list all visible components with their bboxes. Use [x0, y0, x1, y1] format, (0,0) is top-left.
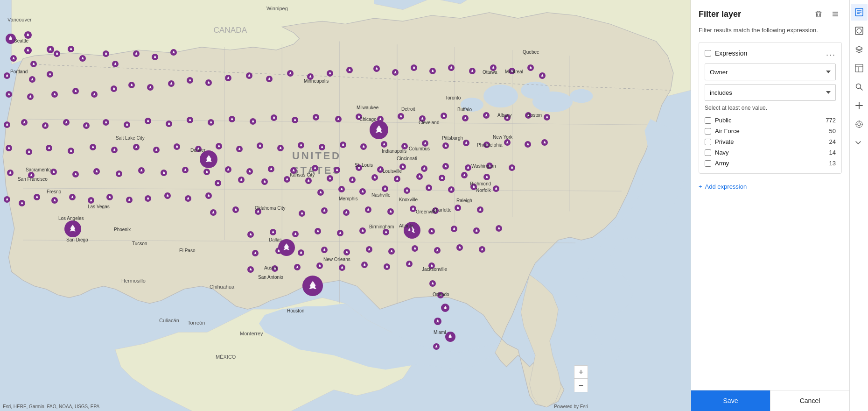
value-checkbox-3[interactable]: [705, 149, 711, 156]
value-checkbox-2[interactable]: [705, 139, 711, 145]
plane-marker-5: [30, 61, 37, 67]
sidebar-item-basemap[interactable]: [851, 22, 868, 39]
svg-point-50: [268, 78, 270, 79]
svg-point-217: [419, 176, 420, 177]
zoom-in-button[interactable]: +: [574, 366, 588, 379]
svg-point-204: [444, 307, 446, 308]
plane-marker-122: [399, 163, 406, 170]
plane-marker-191: [284, 176, 290, 183]
plane-marker-77: [6, 145, 12, 151]
add-expression-button[interactable]: + Add expression: [699, 181, 842, 192]
plane-marker-70: [525, 112, 532, 119]
plane-marker-210: [164, 192, 171, 199]
sidebar-item-table[interactable]: [851, 60, 868, 77]
svg-point-126: [53, 171, 55, 172]
expression-more-button[interactable]: ...: [826, 48, 836, 58]
plane-marker-28: [225, 75, 231, 81]
sidebar-item-search[interactable]: [851, 78, 868, 95]
svg-point-105: [176, 146, 178, 147]
plane-marker-49: [83, 122, 90, 129]
delete-button[interactable]: [812, 7, 825, 21]
sidebar-item-layers[interactable]: [851, 41, 868, 58]
svg-point-150: [362, 191, 364, 192]
svg-point-133: [206, 171, 208, 172]
plane-marker-105: [28, 172, 35, 178]
menu-button[interactable]: [829, 7, 842, 21]
plane-marker-150: [270, 229, 276, 235]
svg-point-173: [339, 233, 341, 234]
svg-point-23: [27, 50, 29, 51]
svg-point-179: [476, 230, 477, 231]
svg-point-221: [6, 199, 8, 200]
value-checkbox-1[interactable]: [705, 128, 711, 135]
svg-point-51: [289, 73, 291, 74]
svg-point-40: [75, 91, 77, 92]
svg-point-155: [473, 186, 475, 187]
svg-point-24: [13, 58, 14, 59]
svg-point-122: [527, 144, 529, 145]
svg-point-78: [273, 117, 275, 118]
plane-marker-90: [277, 145, 284, 151]
plane-marker-167: [366, 246, 372, 253]
svg-point-36: [173, 52, 175, 53]
plane-marker-81: [90, 144, 96, 150]
sidebar-item-filter[interactable]: [851, 4, 868, 21]
plane-marker-126: [486, 163, 493, 169]
svg-point-79: [294, 120, 296, 120]
filter-header-icons: [812, 7, 842, 21]
svg-point-65: [6, 124, 8, 125]
plane-marker-65: [419, 115, 426, 122]
plane-marker-60: [313, 114, 319, 120]
filter-footer: Save Cancel: [691, 390, 849, 411]
plane-marker-174: [272, 265, 278, 272]
svg-point-101: [92, 147, 94, 148]
svg-point-160: [301, 213, 303, 214]
svg-point-180: [498, 228, 500, 229]
plane-marker-149: [247, 231, 254, 238]
plane-marker-140: [299, 210, 305, 217]
svg-point-230: [167, 195, 168, 196]
sidebar-item-location[interactable]: [851, 116, 868, 133]
plane-marker-133: [426, 184, 432, 191]
plane-marker-35: [373, 65, 380, 72]
plane-marker-131: [382, 185, 388, 192]
expression-checkbox[interactable]: [705, 50, 711, 57]
value-checkbox-0[interactable]: [705, 117, 711, 124]
plane-marker-162: [252, 250, 259, 256]
plane-marker-161: [302, 276, 323, 296]
operator-dropdown[interactable]: includes excludes is is not: [705, 84, 836, 101]
plane-marker-102: [525, 141, 531, 148]
plane-marker-85: [174, 143, 180, 150]
plane-marker-129: [338, 186, 345, 192]
svg-point-88: [485, 115, 487, 116]
svg-point-183: [278, 250, 280, 251]
plane-marker-16: [170, 49, 177, 56]
svg-point-153: [428, 187, 430, 188]
plane-marker-98: [442, 142, 449, 149]
svg-point-103: [135, 147, 137, 148]
plane-marker-204: [51, 197, 58, 204]
svg-point-56: [394, 72, 396, 73]
svg-point-208: [217, 183, 219, 184]
plane-marker-197: [416, 173, 423, 180]
plane-marker-104: [7, 170, 14, 176]
plane-marker-201: [4, 196, 10, 203]
sidebar-item-add[interactable]: [851, 97, 868, 114]
svg-point-213: [329, 178, 331, 179]
plane-marker-135: [470, 184, 477, 190]
svg-point-96: [70, 227, 76, 229]
plane-marker-134: [448, 186, 455, 193]
expression-header-left: Expression: [705, 50, 747, 57]
plane-marker-66: [441, 113, 447, 119]
value-checkbox-4[interactable]: [705, 160, 711, 167]
svg-point-58: [432, 71, 434, 71]
svg-point-216: [396, 178, 398, 179]
save-button[interactable]: Save: [691, 390, 770, 411]
cancel-button[interactable]: Cancel: [770, 390, 849, 411]
zoom-out-button[interactable]: −: [574, 379, 588, 392]
plane-marker-147: [455, 205, 461, 211]
field-dropdown[interactable]: Owner Type Name State: [705, 64, 836, 80]
svg-point-159: [257, 211, 259, 212]
svg-point-182: [254, 253, 256, 254]
sidebar-item-collapse[interactable]: [851, 135, 868, 151]
